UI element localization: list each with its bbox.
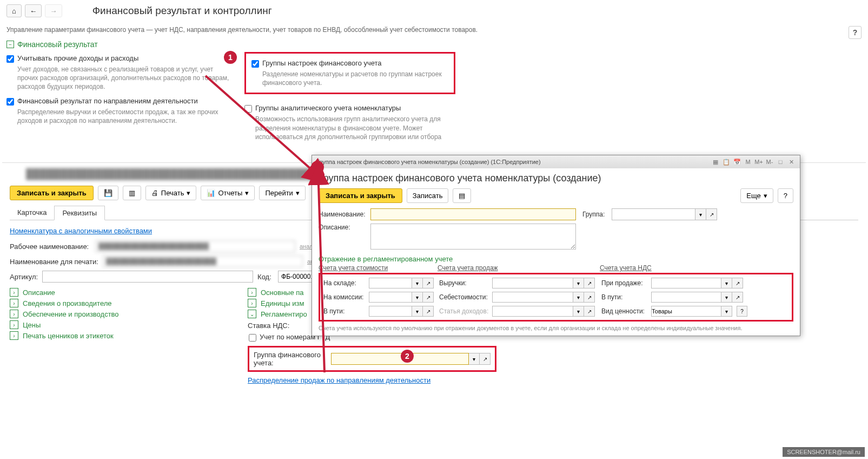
open-button[interactable]: ↗ [732,278,743,288]
help-button[interactable]: ? [737,306,747,317]
link-sales-distribution[interactable]: Распределение продаж по направлениям дея… [248,376,430,384]
window-mminus-icon[interactable]: M- [765,158,774,166]
input-group[interactable] [612,208,695,220]
expand-supply[interactable]: ›Обеспечение и производство [10,310,248,318]
input-article[interactable] [42,271,253,283]
dropdown-button[interactable]: ▾ [412,278,423,288]
window-mplus-icon[interactable]: M+ [754,158,763,166]
dropdown-button[interactable]: ▾ [721,306,732,317]
close-icon[interactable]: ✕ [787,158,796,166]
highlight-box-2: Группа финансового учета: 2 ▾ ↗ [248,346,496,372]
report-icon: 📊 [207,189,215,197]
input-cogs-account[interactable] [492,292,573,303]
tab-attributes[interactable]: Реквизиты [54,206,105,220]
open-button[interactable]: ↗ [423,292,434,303]
home-button[interactable]: ⌂ [6,4,22,17]
dropdown-button[interactable]: ▾ [412,306,423,317]
checkbox-by-direction[interactable] [6,98,14,106]
open-button[interactable]: ↗ [423,278,434,288]
dialog-fin-group-create: Группа настроек финансового учета номенк… [312,155,800,336]
chevron-right-icon: › [10,331,18,340]
input-transit-account[interactable] [369,306,412,317]
printer-icon: 🖨 [151,189,158,197]
chevron-right-icon: › [248,299,256,307]
checkbox-analytical-groups[interactable] [244,105,252,113]
barcode-icon: ▥ [129,189,135,197]
label-income-item: Статья доходов: [439,307,490,315]
input-vat-transit-account[interactable] [651,292,721,303]
dropdown-button[interactable]: ▾ [469,353,480,365]
dropdown-button[interactable]: ▾ [721,278,732,288]
input-name[interactable] [370,208,576,220]
dialog-help-button[interactable]: ? [778,188,793,203]
input-income-item[interactable] [492,306,573,317]
label-name: Наименование: [319,211,367,218]
reports-button[interactable]: 📊Отчеты▾ [201,186,255,200]
input-commission-account[interactable] [369,292,412,303]
open-button[interactable]: ↗ [423,306,434,317]
open-button[interactable]: ↗ [706,208,717,220]
arrow-left-icon: ← [30,7,37,15]
expand-prices[interactable]: ›Цены [10,320,248,329]
expand-labels[interactable]: ›Печать ценников и этикеток [10,331,248,340]
window-m-icon[interactable]: M [744,158,752,166]
textarea-description[interactable] [370,224,576,250]
icon-button-1[interactable]: ▥ [123,186,141,200]
label-code: Код: [257,273,274,281]
dropdown-button[interactable]: ▾ [573,278,584,288]
dropdown-button[interactable]: ▾ [721,292,732,303]
save-button[interactable]: 💾 [98,186,118,200]
label-in-transit-vat: В пути: [601,293,649,301]
dialog-title: Группа настроек финансового учета номенк… [319,173,793,184]
label-revenue: Выручки: [439,279,490,287]
open-button[interactable]: ↗ [584,292,595,303]
label-stock: На складе: [323,279,367,287]
watermark: SCREENSHOTER@mail.ru [783,447,865,457]
window-icon[interactable]: 📋 [722,158,731,166]
forward-button[interactable]: → [45,4,62,17]
chevron-right-icon: › [10,288,18,297]
label-description: Описание: [319,224,367,231]
dialog-icon-button[interactable]: ▤ [453,188,471,203]
input-revenue-account[interactable] [492,278,573,288]
expand-manufacturer[interactable]: ›Сведения о производителе [10,299,248,307]
checkbox-fin-groups[interactable] [251,60,259,68]
dialog-save-close-button[interactable]: Записать и закрыть [319,188,402,203]
help-button[interactable]: ? [849,26,862,39]
input-fin-group[interactable] [331,353,469,365]
label-fin-group: Группа финансового учета: [254,351,328,367]
checkbox-other-income[interactable] [6,55,14,63]
callout-badge-3: 3 [311,161,324,174]
input-stock-account[interactable] [369,278,412,288]
goto-button[interactable]: Перейти▾ [259,186,306,200]
window-icon[interactable]: ▦ [711,158,720,166]
print-button[interactable]: 🖨Печать▾ [145,186,197,200]
checkbox-gtd[interactable] [249,334,256,342]
save-close-button[interactable]: Записать и закрыть [10,186,94,200]
dropdown-button[interactable]: ▾ [695,208,706,220]
dropdown-button[interactable]: ▾ [412,292,423,303]
open-button[interactable]: ↗ [732,292,743,303]
checkbox-label: Учитывать прочие доходы и расходы [17,54,138,62]
open-button[interactable]: ↗ [584,306,595,317]
dialog-save-button[interactable]: Записать [407,188,449,203]
collapse-icon[interactable]: − [6,41,14,48]
back-button[interactable]: ← [25,4,42,17]
input-vat-sale-account[interactable] [651,278,721,288]
expand-description[interactable]: ›Описание [10,288,248,297]
chevron-down-icon: ⌄ [248,310,256,318]
open-button[interactable]: ↗ [480,353,491,365]
dropdown-button[interactable]: ▾ [573,306,584,317]
open-button[interactable]: ↗ [584,278,595,288]
dialog-more-button[interactable]: Еще ▾ [740,188,773,203]
window-maximize-icon[interactable]: □ [776,158,785,166]
link-similar-nomenclature[interactable]: Номенклатура с аналогичными свойствами [10,227,152,235]
input-work-name[interactable] [95,240,295,252]
window-icon[interactable]: 📅 [733,158,741,166]
header-sales-accounts: Счета учета продаж [438,264,600,272]
label-on-sale: При продаже: [601,279,649,287]
tab-card[interactable]: Карточка [10,206,54,220]
dropdown-button[interactable]: ▾ [573,292,584,303]
input-value-type[interactable] [651,306,721,317]
input-print-name[interactable] [103,255,303,267]
